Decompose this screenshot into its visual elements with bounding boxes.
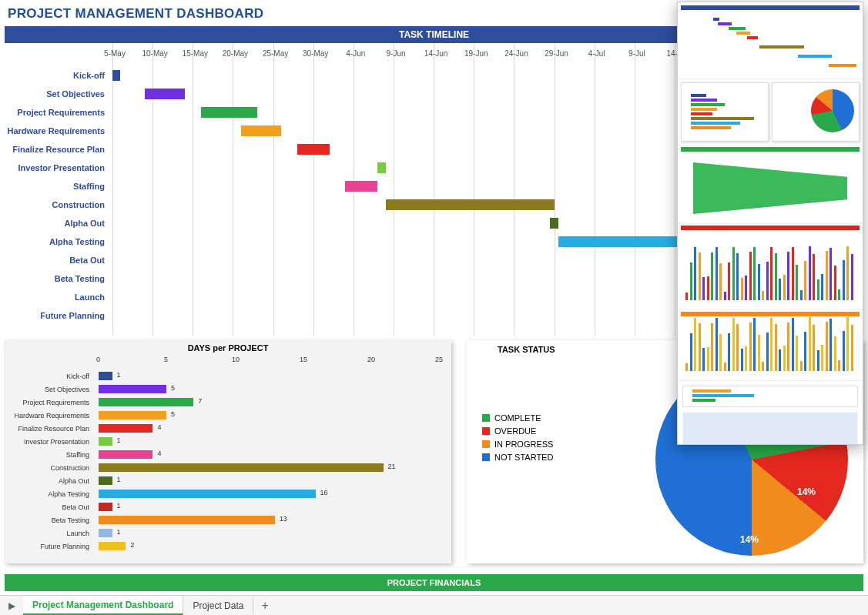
gantt-date-label: 14-Jun [423, 49, 449, 58]
days-row-label: Hardware Requirements [9, 412, 94, 419]
preview-thumbnail: /*mini columns drawn below by JS*/ [677, 2, 863, 445]
days-row-label: Construction [9, 464, 94, 472]
days-row-label: Future Planning [9, 543, 94, 550]
days-value-label: 1 [117, 436, 121, 444]
days-row: Investor Presentation1 [9, 435, 447, 448]
gantt-date-label: 9-Jul [624, 49, 650, 58]
days-row: Alpha Out1 [9, 474, 447, 487]
days-row: Beta Out1 [9, 500, 447, 513]
gantt-task-label: Hardware Requirements [5, 126, 112, 135]
days-bar [99, 529, 112, 537]
days-axis-tick: 25 [435, 356, 443, 363]
gantt-task-label: Staffing [5, 182, 112, 191]
days-bar [99, 411, 166, 419]
gantt-task-label: Project Requirements [5, 108, 112, 117]
sheet-tab-dashboard[interactable]: Project Management Dashboard [23, 597, 183, 615]
gantt-date-label: 29-Jun [544, 49, 570, 58]
days-value-label: 1 [117, 502, 121, 510]
days-value-label: 21 [388, 463, 396, 470]
days-bar [99, 424, 152, 433]
gantt-task-label: Future Planning [5, 311, 112, 320]
days-row-label: Project Requirements [9, 399, 94, 406]
days-value-label: 1 [117, 371, 121, 379]
days-bar [99, 516, 275, 524]
days-value-label: 4 [157, 450, 161, 457]
days-axis-tick: 15 [300, 356, 307, 363]
legend-swatch [482, 440, 490, 448]
legend-label: COMPLETE [494, 413, 541, 423]
days-bar [99, 398, 193, 406]
days-row-label: Alpha Out [9, 477, 94, 485]
days-value-label: 1 [117, 476, 121, 483]
gantt-bar [112, 70, 120, 81]
legend-label: IN PROGRESS [494, 440, 553, 449]
gantt-date-label: 15-May [182, 49, 208, 58]
legend-swatch [482, 414, 490, 422]
gantt-date-label: 19-Jun [463, 49, 489, 58]
days-row-label: Staffing [9, 451, 94, 459]
days-row: Construction21 [9, 461, 447, 474]
days-row-label: Kick-off [9, 373, 94, 380]
days-bar [99, 503, 112, 511]
days-axis-tick: 20 [367, 356, 375, 363]
gantt-bar [201, 107, 257, 118]
days-value-label: 5 [171, 410, 175, 418]
financials-header: PROJECT FINANCIALS [5, 574, 863, 591]
legend-item: NOT STARTED [482, 453, 553, 462]
gantt-date-label: 24-Jun [503, 49, 529, 58]
legend-label: NOT STARTED [494, 453, 553, 462]
pie-slice-label: 14% [797, 486, 816, 497]
days-bar [99, 490, 316, 498]
gantt-task-label: Beta Testing [5, 274, 112, 283]
gantt-task-label: Construction [5, 200, 112, 209]
gantt-date-label: 10-May [142, 49, 168, 58]
days-value-label: 5 [171, 384, 175, 392]
gantt-date-label: 25-May [263, 49, 289, 58]
sheet-tab-project-data[interactable]: Project Data [183, 597, 253, 614]
legend-label: OVERDUE [494, 426, 536, 436]
status-legend: COMPLETEOVERDUEIN PROGRESSNOT STARTED [482, 409, 553, 466]
days-bar [99, 542, 126, 550]
days-row: Hardware Requirements5 [9, 409, 447, 422]
gantt-date-label: 4-Jul [584, 49, 610, 58]
gantt-bar [297, 144, 330, 155]
gantt-task-label: Kick-off [5, 71, 112, 80]
days-row: Finalize Resource Plan4 [9, 422, 447, 435]
gantt-date-label: 9-Jun [383, 49, 409, 58]
gantt-date-label: 5-May [102, 49, 128, 58]
days-bar [99, 385, 166, 393]
gantt-bar [345, 181, 377, 192]
days-axis-tick: 5 [164, 356, 168, 363]
days-axis-tick: 10 [232, 356, 240, 363]
gantt-task-label: Investor Presentation [5, 163, 112, 172]
gantt-bar [558, 236, 687, 247]
days-row-label: Finalize Resource Plan [9, 425, 94, 433]
legend-item: IN PROGRESS [482, 440, 553, 449]
legend-item: COMPLETE [482, 413, 553, 423]
days-row: Alpha Testing16 [9, 487, 447, 500]
gantt-task-label: Finalize Resource Plan [5, 145, 112, 154]
days-value-label: 13 [280, 515, 287, 523]
gantt-date-label: 30-May [303, 49, 329, 58]
sheet-tab-bar: ▶ Project Management Dashboard Project D… [0, 595, 868, 615]
days-row-label: Set Objectives [9, 386, 94, 393]
days-row: Set Objectives5 [9, 383, 447, 396]
gantt-bar [386, 199, 555, 210]
days-bar [99, 463, 384, 472]
days-value-label: 4 [157, 423, 161, 431]
gantt-task-label: Launch [5, 292, 112, 302]
days-row: Staffing4 [9, 448, 447, 461]
days-row: Kick-off1 [9, 369, 447, 383]
gantt-date-label: 20-May [222, 49, 248, 58]
days-row-label: Beta Testing [9, 516, 94, 524]
days-value-label: 1 [117, 528, 121, 536]
gantt-bar [377, 162, 385, 173]
days-value-label: 16 [320, 489, 328, 496]
pie-slice-label: 14% [740, 534, 759, 545]
legend-swatch [482, 453, 490, 461]
gantt-task-label: Alpha Testing [5, 237, 112, 246]
sheet-add-button[interactable]: + [253, 599, 276, 613]
sheet-nav-icon[interactable]: ▶ [0, 600, 23, 611]
days-row: Project Requirements7 [9, 396, 447, 409]
gantt-task-label: Beta Out [5, 256, 112, 265]
